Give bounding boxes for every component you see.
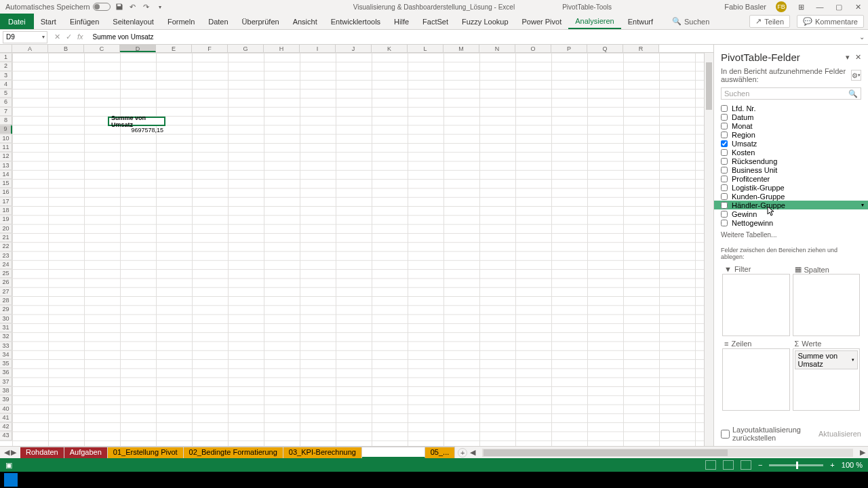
sheet-tab[interactable]: Rohdaten	[20, 447, 64, 458]
enter-icon[interactable]: ✓	[66, 33, 72, 41]
field-item[interactable]: Umsatz	[714, 139, 868, 148]
avatar[interactable]: FB	[776, 1, 787, 12]
select-all-corner[interactable]	[0, 45, 12, 52]
field-checkbox[interactable]	[721, 211, 728, 218]
field-checkbox[interactable]	[721, 140, 728, 147]
field-item[interactable]: Rücksendung	[714, 157, 868, 165]
column-header[interactable]: C	[84, 45, 120, 52]
gear-icon[interactable]: ⚙▾	[851, 70, 861, 81]
sheet-tab[interactable]: 04_Dashboard	[362, 447, 425, 458]
pane-close-icon[interactable]: ✕	[855, 53, 861, 62]
qat-dropdown-icon[interactable]: ▾	[155, 2, 165, 12]
field-item[interactable]: Lfd. Nr.	[714, 104, 868, 113]
field-item[interactable]: Business Unit	[714, 165, 868, 174]
ribbon-tab-design[interactable]: Entwurf	[621, 14, 660, 29]
hscroll-thumb[interactable]	[484, 449, 728, 456]
field-checkbox[interactable]	[721, 167, 728, 174]
tab-nav-next-icon[interactable]: ▶	[11, 448, 16, 457]
spreadsheet-grid[interactable]: ABCDEFGHIJKLMNOPQR 123456789101112131415…	[0, 45, 713, 446]
column-header[interactable]: E	[156, 45, 192, 52]
maximize-icon[interactable]: ▢	[834, 2, 844, 12]
field-item[interactable]: Monat	[714, 121, 868, 130]
comments-button[interactable]: 💬 Kommentare	[797, 15, 864, 28]
field-search-input[interactable]: Suchen 🔍	[721, 87, 861, 100]
pivot-value-cell[interactable]: 9697578,15	[108, 126, 165, 135]
column-header[interactable]: P	[551, 45, 587, 52]
column-header[interactable]: F	[192, 45, 228, 52]
column-header[interactable]: R	[623, 45, 659, 52]
values-item[interactable]: Summe von Umsatz ▾	[795, 350, 859, 369]
taskbar-item[interactable]	[4, 473, 18, 487]
field-checkbox[interactable]	[721, 123, 728, 129]
column-header[interactable]: G	[228, 45, 264, 52]
view-normal-icon[interactable]	[705, 460, 716, 470]
sheet-tab[interactable]: Aufgaben	[64, 447, 108, 458]
zoom-out-icon[interactable]: −	[758, 461, 762, 469]
field-item[interactable]: Logistik-Gruppe	[714, 183, 868, 192]
ribbon-tab-pagelayout[interactable]: Seitenlayout	[106, 14, 161, 29]
field-item[interactable]: Kosten	[714, 148, 868, 157]
autosave-toggle[interactable]: Automatisches Speichern	[5, 3, 111, 11]
sheet-tab[interactable]: 03_KPI-Berechnung	[283, 447, 362, 458]
rows-dropzone[interactable]: ≡Zeilen	[722, 348, 790, 411]
expand-formula-icon[interactable]: ⌄	[856, 33, 868, 41]
field-item[interactable]: Datum	[714, 113, 868, 121]
share-button[interactable]: ↗ Teilen	[749, 15, 790, 28]
defer-layout-checkbox[interactable]: Layoutaktualisierung zurückstellen	[721, 426, 818, 442]
vertical-scrollbar[interactable]	[704, 53, 713, 446]
column-header[interactable]: M	[443, 45, 479, 52]
save-icon[interactable]	[115, 2, 124, 12]
view-pagelayout-icon[interactable]	[723, 460, 734, 470]
name-box[interactable]: D9	[3, 31, 47, 43]
field-checkbox[interactable]	[721, 193, 728, 200]
tell-me-search[interactable]: 🔍 Suchen	[672, 14, 709, 29]
sheet-tab[interactable]: 02_Bedingte Formatierung	[184, 447, 283, 458]
zoom-slider[interactable]	[769, 464, 823, 466]
close-icon[interactable]: ✕	[853, 2, 863, 12]
column-header[interactable]: N	[479, 45, 515, 52]
column-header[interactable]: K	[372, 45, 408, 52]
ribbon-tab-developer[interactable]: Entwicklertools	[324, 14, 387, 29]
pivot-header-cell[interactable]: Summe von Umsatz	[108, 117, 165, 125]
field-checkbox[interactable]	[721, 149, 728, 156]
pane-menu-icon[interactable]: ▾	[846, 53, 850, 62]
column-header[interactable]: L	[408, 45, 443, 52]
values-dropzone[interactable]: ΣWerte Summe von Umsatz ▾	[793, 348, 861, 411]
field-checkbox[interactable]	[721, 114, 728, 121]
column-header[interactable]: B	[48, 45, 84, 52]
ribbon-tab-formulas[interactable]: Formeln	[161, 14, 201, 29]
field-checkbox[interactable]	[721, 131, 728, 138]
field-checkbox[interactable]	[721, 158, 728, 165]
field-checkbox[interactable]	[721, 220, 728, 226]
field-item[interactable]: Kunden-Gruppe	[714, 192, 868, 201]
sheet-tab[interactable]: 05_...	[425, 447, 456, 458]
fx-icon[interactable]: fx	[77, 33, 83, 41]
field-item[interactable]: Region	[714, 130, 868, 139]
field-item[interactable]: Nettogewinn	[714, 218, 868, 227]
defer-checkbox-input[interactable]	[721, 430, 730, 439]
ribbon-tab-review[interactable]: Überprüfen	[235, 14, 286, 29]
tab-scroll-left-icon[interactable]: ◀	[467, 448, 478, 457]
ribbon-display-icon[interactable]: ⊞	[796, 2, 806, 12]
field-checkbox[interactable]	[721, 202, 728, 209]
ribbon-tab-factset[interactable]: FactSet	[416, 14, 455, 29]
view-pagebreak-icon[interactable]	[741, 460, 751, 470]
scrollbar-thumb[interactable]	[706, 62, 712, 110]
ribbon-tab-powerpivot[interactable]: Power Pivot	[515, 14, 569, 29]
field-item[interactable]: Gewinn	[714, 209, 868, 218]
ribbon-tab-view[interactable]: Ansicht	[286, 14, 324, 29]
column-header[interactable]: H	[264, 45, 300, 52]
field-checkbox[interactable]	[721, 176, 728, 182]
ribbon-tab-insert[interactable]: Einfügen	[63, 14, 106, 29]
field-item[interactable]: Profitcenter	[714, 174, 868, 183]
add-sheet-button[interactable]: +	[458, 448, 467, 458]
ribbon-tab-start[interactable]: Start	[34, 14, 63, 29]
ribbon-tab-data[interactable]: Daten	[201, 14, 235, 29]
dropdown-icon[interactable]: ▾	[861, 202, 864, 208]
column-header[interactable]: J	[336, 45, 372, 52]
column-header[interactable]: I	[300, 45, 336, 52]
tab-nav-prev-icon[interactable]: ◀	[4, 448, 9, 457]
toggle-switch[interactable]	[93, 3, 111, 11]
zoom-level[interactable]: 100 %	[842, 461, 863, 469]
undo-icon[interactable]: ↶	[128, 2, 138, 12]
